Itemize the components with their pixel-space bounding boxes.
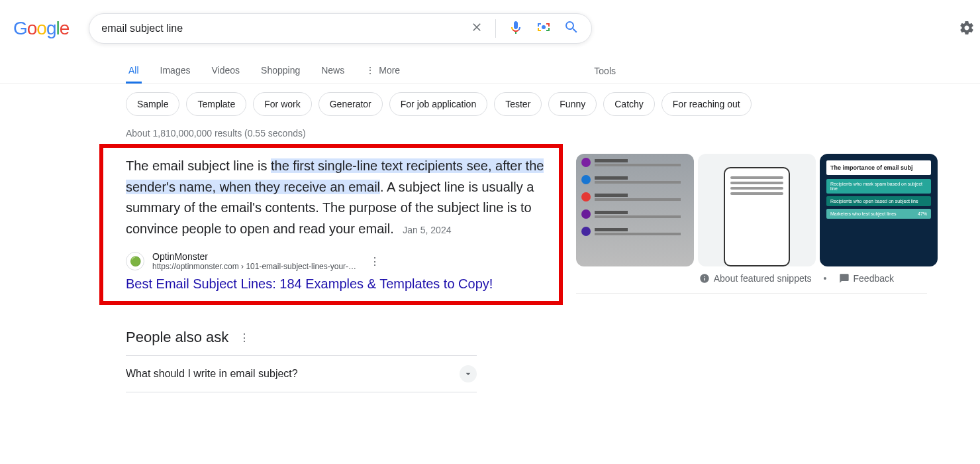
chip-funny[interactable]: Funny (548, 92, 597, 116)
chip-generator[interactable]: Generator (318, 92, 383, 116)
snippet-date: Jan 5, 2024 (403, 225, 451, 235)
favicon-icon: 🟢 (126, 252, 144, 270)
svg-rect-3 (548, 23, 550, 27)
clear-icon[interactable] (470, 21, 483, 37)
tab-videos[interactable]: Videos (209, 58, 242, 84)
chip-for-work[interactable]: For work (253, 92, 311, 116)
svg-rect-7 (548, 28, 550, 31)
result-title-link[interactable]: Best Email Subject Lines: 184 Examples &… (126, 276, 547, 292)
tab-news[interactable]: News (318, 58, 347, 84)
divider (495, 19, 496, 38)
chip-sample[interactable]: Sample (126, 92, 179, 116)
snippet-text: The email subject line is the first sing… (126, 156, 547, 239)
chips-row: Sample Template For work Generator For j… (0, 84, 980, 116)
paa-question-1[interactable]: What should I write in email subject? (126, 355, 477, 392)
chip-tester[interactable]: Tester (494, 92, 542, 116)
featured-snippet: The email subject line is the first sing… (99, 144, 563, 305)
result-menu-icon[interactable]: ⋮ (369, 255, 380, 268)
chip-for-job-application[interactable]: For job application (389, 92, 487, 116)
result-stats: About 1,810,000,000 results (0.55 second… (0, 116, 980, 144)
paa-heading: People also ask (126, 329, 228, 346)
result-source: 🟢 OptinMonster https://optinmonster.com … (126, 251, 547, 271)
feedback-icon (839, 273, 850, 284)
svg-rect-5 (538, 28, 539, 31)
gear-icon[interactable] (959, 20, 975, 38)
more-dots-icon: ⋮ (366, 65, 375, 76)
chip-for-reaching-out[interactable]: For reaching out (662, 92, 752, 116)
image-thumbnails: The importance of email subj Recipients … (563, 144, 938, 266)
search-bar (89, 13, 592, 44)
tab-more[interactable]: ⋮ More (363, 58, 403, 84)
people-also-ask: People also ask ⋮ What should I write in… (0, 305, 477, 392)
svg-rect-1 (538, 23, 539, 27)
source-name: OptinMonster (152, 251, 356, 262)
tab-all[interactable]: All (126, 58, 142, 84)
about-featured-snippets[interactable]: About featured snippets (699, 273, 812, 284)
source-url: https://optinmonster.com › 101-email-sub… (152, 262, 356, 271)
mic-icon[interactable] (508, 19, 524, 38)
tabbar: All Images Videos Shopping News ⋮ More T… (0, 58, 980, 84)
paa-menu-icon[interactable]: ⋮ (239, 331, 250, 344)
search-icon[interactable] (564, 19, 579, 38)
tab-shopping[interactable]: Shopping (258, 58, 303, 84)
thumbnail-2[interactable] (698, 154, 816, 266)
chip-catchy[interactable]: Catchy (603, 92, 655, 116)
tools-button[interactable]: Tools (594, 66, 616, 76)
tab-images[interactable]: Images (158, 58, 193, 84)
snippet-footer: About featured snippets • Feedback (576, 266, 927, 294)
info-icon (699, 273, 710, 284)
svg-point-8 (542, 25, 546, 29)
search-input[interactable] (101, 23, 470, 34)
thumbnail-1[interactable] (576, 154, 694, 266)
lens-icon[interactable] (536, 19, 552, 38)
feedback-link[interactable]: Feedback (839, 273, 894, 284)
google-logo[interactable]: Google (13, 18, 69, 39)
thumbnail-3[interactable]: The importance of email subj Recipients … (820, 154, 938, 266)
chip-template[interactable]: Template (186, 92, 246, 116)
chevron-down-icon (460, 365, 477, 382)
